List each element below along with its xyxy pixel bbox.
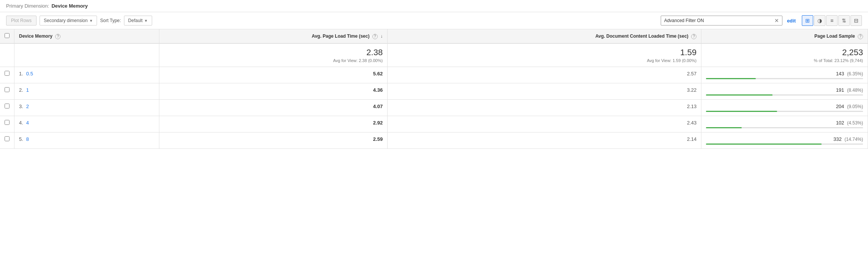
row-device-memory-link[interactable]: 4: [26, 120, 29, 126]
advanced-filter-input[interactable]: [664, 18, 773, 23]
header-page-load-sample-label: Page Load Sample: [814, 33, 855, 39]
progress-bar-fill: [706, 94, 773, 96]
row-avg-page-load-value: 5.62: [373, 71, 383, 77]
row-page-load-sample: 102 (4.53%): [701, 116, 868, 132]
row-checkbox[interactable]: [5, 71, 10, 76]
row-number: 2.: [19, 87, 23, 93]
row-page-load-pct: (4.53%): [847, 120, 863, 126]
row-avg-doc-content: 2.43: [388, 116, 701, 132]
summary-avg-page-load-col: 2.38 Avg for View: 2.38 (0.00%): [159, 43, 387, 67]
row-page-load-count: 191: [836, 87, 844, 93]
header-avg-doc-content: Avg. Document Content Loaded Time (sec) …: [388, 29, 701, 43]
progress-bar: [706, 78, 863, 79]
sort-type-dropdown[interactable]: Default ▼: [124, 16, 152, 26]
row-device-memory-link[interactable]: 8: [26, 136, 29, 142]
row-checkbox-col: [0, 100, 14, 116]
row-device-memory-link[interactable]: 2: [26, 104, 29, 109]
row-number: 3.: [19, 104, 23, 109]
row-page-load-count: 102: [836, 120, 844, 126]
row-avg-page-load: 2.59: [159, 132, 387, 149]
row-page-load-sample: 143 (6.35%): [701, 67, 868, 83]
secondary-dimension-dropdown[interactable]: Secondary dimension ▼: [40, 16, 97, 26]
view-comparison-button[interactable]: ⇅: [838, 15, 850, 26]
row-device-memory: 2.1: [14, 83, 159, 100]
row-avg-doc-content: 2.57: [388, 67, 701, 83]
row-device-memory: 1.0.5: [14, 67, 159, 83]
summary-avg-doc-content-col: 1.59 Avg for View: 1.59 (0.00%): [388, 43, 701, 67]
select-all-checkbox[interactable]: [5, 33, 10, 38]
row-checkbox[interactable]: [5, 87, 10, 92]
row-page-load-sample: 332 (14.74%): [701, 132, 868, 149]
primary-dimension-value: Device Memory: [51, 3, 87, 9]
avg-page-load-help-icon[interactable]: ?: [372, 34, 378, 39]
row-checkbox-col: [0, 83, 14, 100]
sort-type-label: Sort Type:: [100, 18, 121, 23]
progress-bar-fill: [706, 144, 822, 145]
view-grid-button[interactable]: ⊞: [802, 15, 813, 26]
table-header-row: Device Memory ? Avg. Page Load Time (sec…: [0, 29, 868, 43]
row-avg-page-load: 4.36: [159, 83, 387, 100]
row-checkbox[interactable]: [5, 120, 10, 125]
row-avg-doc-content: 2.13: [388, 100, 701, 116]
summary-checkbox-col: [0, 43, 14, 67]
summary-avg-doc-content-value: 1.59: [392, 48, 696, 57]
summary-avg-doc-content-sub: Avg for View: 1.59 (0.00%): [392, 58, 696, 63]
summary-page-load-sample-sub: % of Total: 23.12% (9,744): [706, 58, 863, 63]
row-page-load-pct: (8.48%): [847, 88, 863, 93]
row-page-load-pct: (14.74%): [844, 137, 863, 142]
filter-close-icon[interactable]: ✕: [774, 18, 779, 24]
header-avg-page-load: Avg. Page Load Time (sec) ? ↓: [159, 29, 387, 43]
header-device-memory: Device Memory ?: [14, 29, 159, 43]
header-checkbox-col: [0, 29, 14, 43]
summary-dimension-col: [14, 43, 159, 67]
row-page-load-count: 143: [836, 71, 844, 77]
summary-avg-page-load-sub: Avg for View: 2.38 (0.00%): [164, 58, 383, 63]
primary-dimension-label: Primary Dimension:: [6, 3, 49, 9]
row-device-memory: 5.8: [14, 132, 159, 149]
row-device-memory-link[interactable]: 0.5: [26, 71, 33, 77]
table-row: 1.0.55.622.57 143 (6.35%): [0, 67, 868, 83]
sort-type-value: Default: [128, 18, 143, 23]
row-avg-page-load: 4.07: [159, 100, 387, 116]
row-device-memory: 3.2: [14, 100, 159, 116]
row-checkbox-col: [0, 132, 14, 149]
edit-link[interactable]: edit: [787, 18, 796, 24]
view-icons-group: ⊞ ◑ ≡ ⇅ ⊟: [802, 15, 862, 26]
header-avg-doc-content-label: Avg. Document Content Loaded Time (sec): [595, 33, 688, 39]
header-page-load-sample: Page Load Sample ?: [701, 29, 868, 43]
row-avg-doc-content-value: 2.57: [687, 71, 696, 77]
row-avg-doc-content-value: 2.43: [687, 120, 696, 126]
view-pie-button[interactable]: ◑: [814, 15, 825, 26]
progress-bar: [706, 94, 863, 96]
row-avg-doc-content-value: 2.13: [687, 104, 696, 109]
row-avg-page-load-value: 2.92: [373, 120, 383, 126]
row-avg-page-load-value: 4.36: [373, 87, 383, 93]
row-number: 1.: [19, 71, 23, 77]
avg-doc-content-help-icon[interactable]: ?: [691, 34, 696, 39]
progress-bar-fill: [706, 127, 742, 128]
view-pivot-button[interactable]: ⊟: [851, 15, 862, 26]
row-avg-page-load-value: 2.59: [373, 136, 383, 142]
row-avg-doc-content-value: 3.22: [687, 87, 696, 93]
sort-arrow-icon: ↓: [380, 33, 383, 39]
plot-rows-button[interactable]: Plot Rows: [6, 16, 37, 26]
row-avg-page-load: 2.92: [159, 116, 387, 132]
row-device-memory-link[interactable]: 1: [26, 87, 29, 93]
progress-bar: [706, 127, 863, 128]
summary-page-load-sample-value: 2,253: [706, 48, 863, 57]
table-row: 5.82.592.14 332 (14.74%): [0, 132, 868, 149]
device-memory-help-icon[interactable]: ?: [55, 34, 60, 39]
row-page-load-sample: 191 (8.48%): [701, 83, 868, 100]
header-avg-page-load-label: Avg. Page Load Time (sec): [312, 33, 369, 39]
table-row: 3.24.072.13 204 (9.05%): [0, 100, 868, 116]
view-list-button[interactable]: ≡: [826, 15, 838, 26]
row-page-load-count: 204: [836, 104, 844, 109]
row-checkbox[interactable]: [5, 136, 10, 141]
progress-bar-fill: [706, 78, 756, 79]
row-checkbox[interactable]: [5, 104, 10, 108]
row-device-memory: 4.4: [14, 116, 159, 132]
progress-bar-fill: [706, 111, 777, 112]
row-page-load-sample: 204 (9.05%): [701, 100, 868, 116]
advanced-filter-input-wrap: ✕: [661, 16, 782, 26]
page-load-sample-help-icon[interactable]: ?: [858, 34, 863, 39]
